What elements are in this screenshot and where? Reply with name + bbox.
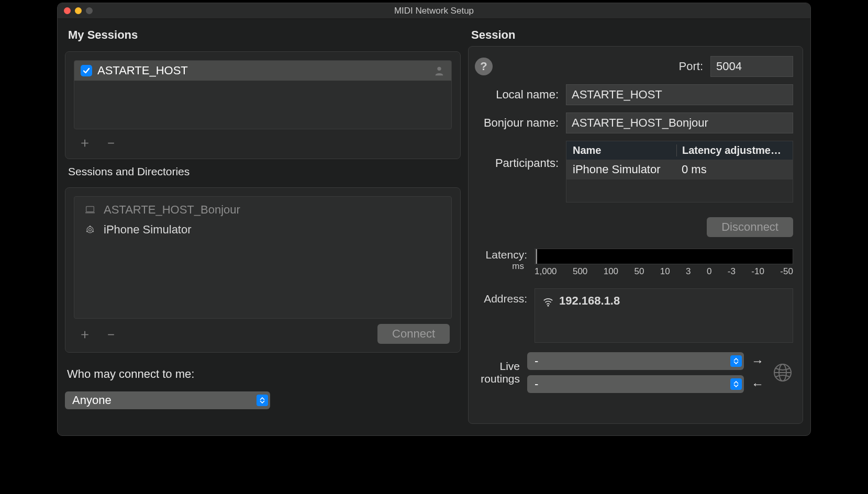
- person-icon: [433, 65, 445, 76]
- arrow-left-icon: ←: [750, 377, 765, 391]
- live-routing-in-select[interactable]: -: [527, 375, 744, 393]
- svg-point-6: [93, 231, 94, 232]
- laptop-icon: [84, 204, 96, 216]
- latency-slider[interactable]: [535, 249, 793, 264]
- latency-ms-label: ms: [475, 261, 527, 272]
- port-input[interactable]: [710, 56, 793, 77]
- participant-name: iPhone Simulator: [573, 163, 676, 176]
- minimize-window-button[interactable]: [75, 7, 82, 14]
- zoom-window-button[interactable]: [86, 7, 93, 14]
- remove-session-button[interactable]: －: [104, 136, 118, 149]
- live-routings-label2: routings: [475, 373, 520, 385]
- session-group: ? Port: Local name: Bonjour name: Partic…: [468, 46, 803, 424]
- titlebar: MIDI Network Setup: [58, 3, 810, 19]
- session-row[interactable]: ASTARTE_HOST: [74, 61, 451, 81]
- select-caret-icon: [730, 355, 742, 367]
- bonjour-name-input[interactable]: [566, 113, 793, 133]
- live-routings-label1: Live: [475, 360, 520, 373]
- session-heading: Session: [468, 24, 803, 46]
- arrow-right-icon: →: [750, 354, 765, 368]
- participants-label: Participants:: [475, 141, 559, 170]
- address-label: Address:: [475, 288, 527, 305]
- svg-rect-2: [85, 212, 95, 214]
- who-may-connect-label: Who may connect to me:: [65, 358, 461, 386]
- directory-name: iPhone Simulator: [104, 223, 192, 237]
- select-caret-icon: [257, 395, 268, 406]
- wifi-icon: [542, 296, 554, 308]
- directory-name: ASTARTE_HOST_Bonjour: [104, 203, 240, 217]
- session-enabled-checkbox[interactable]: [81, 65, 92, 76]
- participant-latency: 0 ms: [676, 163, 786, 176]
- remove-directory-button[interactable]: －: [104, 327, 118, 341]
- participants-latency-header[interactable]: Latency adjustme…: [676, 144, 786, 156]
- bonjour-name-label: Bonjour name:: [475, 116, 559, 130]
- bonjour-icon: [84, 224, 96, 235]
- disconnect-button[interactable]: Disconnect: [707, 217, 793, 237]
- window-title: MIDI Network Setup: [58, 6, 810, 16]
- directory-row[interactable]: iPhone Simulator: [74, 220, 451, 240]
- add-session-button[interactable]: ＋: [78, 136, 92, 149]
- svg-point-7: [86, 231, 88, 232]
- globe-icon: [772, 362, 793, 383]
- svg-rect-1: [86, 207, 94, 212]
- svg-point-0: [437, 67, 441, 71]
- latency-ticks: 1,000 500 100 50 10 3 0 -3 -10 -50: [535, 264, 793, 277]
- who-may-connect-value: Anyone: [72, 394, 112, 407]
- directories-heading: Sessions and Directories: [65, 164, 461, 182]
- midi-network-window: MIDI Network Setup My Sessions ASTARTE_H…: [57, 3, 811, 436]
- local-name-input[interactable]: [566, 84, 793, 105]
- my-sessions-group: ASTARTE_HOST ＋ －: [65, 51, 461, 159]
- svg-point-4: [87, 227, 93, 233]
- sessions-list[interactable]: ASTARTE_HOST: [74, 60, 452, 129]
- latency-label: Latency:: [475, 249, 527, 261]
- session-name: ASTARTE_HOST: [97, 64, 188, 77]
- directories-list[interactable]: ASTARTE_HOST_Bonjour iPhone Simulator: [74, 196, 452, 319]
- address-value: 192.168.1.8: [559, 294, 620, 308]
- port-label: Port:: [679, 60, 703, 73]
- help-button[interactable]: ?: [475, 58, 493, 75]
- select-caret-icon: [730, 378, 742, 390]
- address-box: 192.168.1.8: [535, 288, 793, 343]
- who-may-connect-select[interactable]: Anyone: [65, 391, 270, 409]
- directory-row[interactable]: ASTARTE_HOST_Bonjour: [74, 200, 451, 220]
- close-window-button[interactable]: [64, 7, 71, 14]
- connect-button[interactable]: Connect: [377, 324, 450, 344]
- local-name-label: Local name:: [475, 88, 559, 102]
- participants-name-header[interactable]: Name: [573, 144, 676, 156]
- participants-table: Name Latency adjustme… iPhone Simulator …: [566, 141, 793, 203]
- svg-point-3: [89, 229, 92, 231]
- add-directory-button[interactable]: ＋: [78, 327, 92, 341]
- participant-row[interactable]: iPhone Simulator 0 ms: [566, 160, 793, 179]
- live-routing-out-select[interactable]: -: [527, 352, 744, 370]
- directories-group: ASTARTE_HOST_Bonjour iPhone Simulator ＋ …: [65, 187, 461, 353]
- svg-point-5: [90, 226, 91, 227]
- svg-point-8: [548, 305, 549, 307]
- my-sessions-heading: My Sessions: [65, 24, 461, 46]
